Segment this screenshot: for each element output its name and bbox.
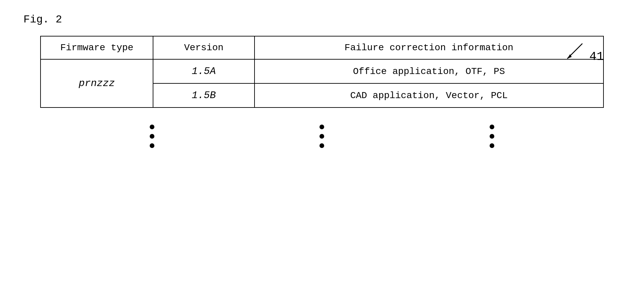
dot — [490, 143, 494, 148]
reference-number: 41 — [589, 50, 604, 64]
page-container: Fig. 2 41 Firmware type Version Failure … — [0, 0, 644, 291]
header-version: Version — [153, 36, 255, 59]
dot — [490, 134, 494, 139]
dot — [319, 125, 324, 129]
table-header-row: Firmware type Version Failure correction… — [41, 36, 603, 59]
failure-info-cell-1: Office application, OTF, PS — [255, 59, 603, 83]
dot — [490, 125, 494, 129]
failure-info-cell-2: CAD application, Vector, PCL — [255, 83, 603, 107]
firmware-table: Firmware type Version Failure correction… — [40, 36, 604, 108]
firmware-name-cell: prnzzz — [41, 59, 153, 107]
dots-column-1 — [150, 125, 154, 148]
dot — [319, 143, 324, 148]
version-cell-1: 1.5A — [153, 59, 255, 83]
dots-row — [40, 125, 604, 148]
dot — [150, 125, 154, 129]
dot — [319, 134, 324, 139]
reference-number-container: 41 — [561, 40, 604, 64]
reference-arrow-icon — [561, 40, 587, 64]
dots-column-2 — [319, 125, 324, 148]
table-row: prnzzz 1.5A Office application, OTF, PS — [41, 59, 603, 83]
dot — [150, 143, 154, 148]
figure-label: Fig. 2 — [23, 13, 624, 26]
header-failure-correction: Failure correction information — [255, 36, 603, 59]
table-wrapper: Firmware type Version Failure correction… — [40, 36, 604, 108]
dots-column-3 — [490, 125, 494, 148]
version-cell-2: 1.5B — [153, 83, 255, 107]
header-firmware-type: Firmware type — [41, 36, 153, 59]
dot — [150, 134, 154, 139]
